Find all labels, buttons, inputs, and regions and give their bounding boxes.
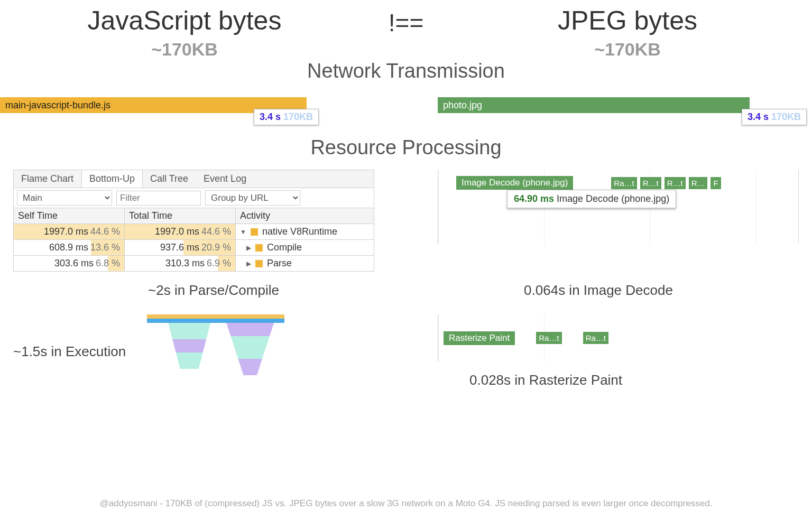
chevron-right-icon[interactable]: ▶ <box>246 260 251 267</box>
timeline-tooltip: 64.90 ms Image Decode (phone.jpg) <box>507 190 676 208</box>
timeline-seg[interactable]: R…t <box>640 177 661 189</box>
title-left: JavaScript bytes <box>16 5 353 37</box>
profiler-panel: Flame Chart Bottom-Up Call Tree Event Lo… <box>13 170 374 272</box>
group-by-select[interactable]: Group by URL <box>205 190 300 206</box>
table-row[interactable]: 608.9 ms13.6 % 937.6 ms20.9 % ▶Compile <box>14 240 374 256</box>
footer-credit: @addyosmani - 170KB of (compressed) JS v… <box>0 498 812 509</box>
size-left: ~170KB <box>16 39 353 60</box>
tab-bottom-up[interactable]: Bottom-Up <box>81 170 143 188</box>
network-badge-img: 3.4 s 170KB <box>742 109 807 125</box>
col-activity[interactable]: Activity <box>236 208 374 224</box>
summary-parse-compile: ~2s in Parse/Compile <box>42 282 385 299</box>
col-self-time[interactable]: Self Time <box>14 208 125 224</box>
title-right: JPEG bytes <box>459 5 796 37</box>
col-total-time[interactable]: Total Time <box>125 208 236 224</box>
section-network: Network Transmission <box>0 60 812 82</box>
summary-image-decode: 0.064s in Image Decode <box>427 282 770 299</box>
table-row[interactable]: 303.6 ms6.8 % 310.3 ms6.9 % ▶Parse <box>14 256 374 272</box>
summary-rasterize: 0.028s in Rasterize Paint <box>469 372 622 388</box>
timeline-seg[interactable]: R… <box>689 177 708 189</box>
activity-color-icon <box>255 244 263 252</box>
network-badge-js-size: 170KB <box>283 112 313 122</box>
image-decode-timeline: Image Decode (phone.jpg) Ra…t R…t R…t R…… <box>438 170 799 244</box>
timeline-seg[interactable]: F <box>710 177 721 189</box>
network-badge-js-time: 3.4 s <box>260 112 281 122</box>
network-badge-img-time: 3.4 s <box>748 112 769 122</box>
chevron-down-icon[interactable]: ▼ <box>240 228 246 236</box>
raster-seg[interactable]: Rasterize Paint <box>444 331 515 345</box>
section-processing: Resource Processing <box>0 136 812 159</box>
raster-seg[interactable]: Ra…t <box>536 332 561 344</box>
activity-color-icon <box>255 260 263 267</box>
raster-seg[interactable]: Ra…t <box>583 332 608 344</box>
table-row[interactable]: 1997.0 ms44.6 % 1997.0 ms44.6 % ▼native … <box>14 224 374 240</box>
chevron-right-icon[interactable]: ▶ <box>246 244 251 252</box>
filter-input[interactable] <box>116 191 201 206</box>
size-right: ~170KB <box>459 39 796 60</box>
timeline-seg[interactable]: R…t <box>665 177 686 189</box>
profiler-tabs: Flame Chart Bottom-Up Call Tree Event Lo… <box>13 170 374 188</box>
title-notequal: !== <box>353 5 459 37</box>
flame-chart-icon <box>147 314 284 388</box>
tab-call-tree[interactable]: Call Tree <box>143 170 196 188</box>
timeline-seg[interactable]: Ra…t <box>611 177 636 189</box>
network-bar-img: photo.jpg <box>438 97 750 113</box>
network-badge-img-size: 170KB <box>771 112 801 122</box>
network-badge-js: 3.4 s 170KB <box>254 109 319 125</box>
summary-execution: ~1.5s in Execution <box>13 343 126 360</box>
timeline-seg-image-decode[interactable]: Image Decode (phone.jpg) <box>456 176 573 190</box>
tooltip-time: 64.90 ms <box>514 193 554 204</box>
rasterize-timeline: Rasterize Paint Ra…t Ra…t <box>438 314 608 361</box>
bottom-up-table: Self Time Total Time Activity 1997.0 ms4… <box>13 208 374 272</box>
tooltip-label: Image Decode (phone.jpg) <box>557 193 669 204</box>
tab-flame-chart[interactable]: Flame Chart <box>14 170 81 188</box>
tab-event-log[interactable]: Event Log <box>196 170 254 188</box>
activity-color-icon <box>251 228 258 236</box>
thread-select[interactable]: Main <box>17 190 112 206</box>
